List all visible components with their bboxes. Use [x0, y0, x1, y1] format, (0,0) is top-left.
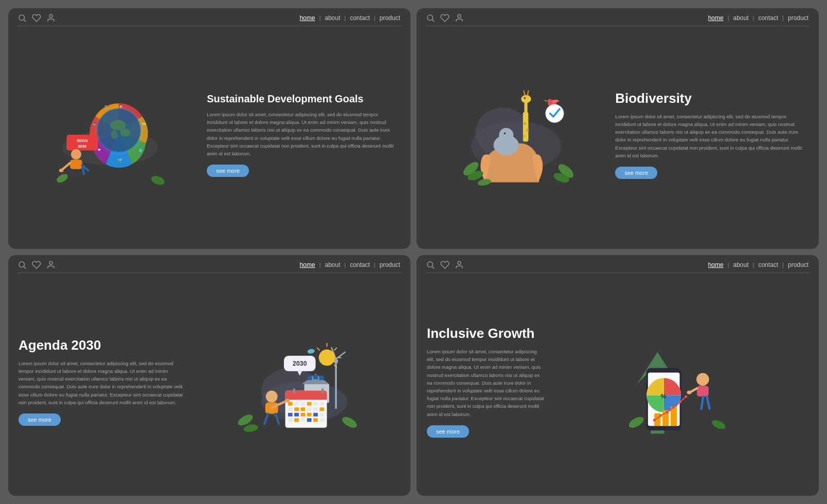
search-icon[interactable]: [17, 13, 27, 23]
card-title-agenda: Agenda 2030: [19, 337, 185, 354]
svg-point-141: [679, 400, 681, 403]
search-icon[interactable]: [426, 260, 435, 269]
svg-text:SDGS: SDGS: [77, 138, 88, 143]
svg-text:🌱: 🌱: [118, 158, 123, 163]
see-more-button-growth[interactable]: see more: [427, 425, 469, 438]
illus-sdg: SDGS 2030 ⚙ 🍽 💧 🌱 ❤ 🐟: [19, 28, 202, 241]
svg-rect-111: [288, 418, 293, 422]
card-body-bio: Lorem ipsum dolor sit amet, consectetur …: [615, 113, 808, 159]
svg-rect-112: [294, 418, 299, 422]
nav-about-bio[interactable]: about: [732, 14, 750, 22]
nav-bar-bio: home | about | contact | product: [417, 8, 819, 26]
svg-rect-103: [313, 407, 318, 411]
user-icon[interactable]: [46, 260, 56, 269]
svg-point-36: [458, 14, 461, 17]
card-content-bio: Biodiversity Lorem ipsum dolor sit amet,…: [417, 28, 819, 249]
nav-about-growth[interactable]: about: [732, 261, 750, 268]
svg-rect-102: [307, 407, 312, 411]
growth-illustration-svg: %: [578, 325, 732, 438]
nav-home-bio[interactable]: home: [707, 14, 725, 22]
heart-icon[interactable]: [32, 13, 41, 23]
nav-links-sdg: home | about | contact | product: [299, 14, 401, 22]
nav-contact-agenda[interactable]: contact: [349, 261, 371, 268]
svg-rect-92: [321, 388, 323, 394]
nav-product-agenda[interactable]: product: [379, 261, 401, 268]
heart-icon[interactable]: [440, 13, 450, 23]
svg-point-126: [427, 262, 433, 267]
svg-rect-108: [307, 412, 312, 416]
card-content-agenda: 2030: [8, 275, 410, 496]
heart-icon[interactable]: [440, 260, 450, 269]
svg-point-33: [150, 174, 166, 187]
sdg-wheel-svg: SDGS 2030 ⚙ 🍽 💧 🌱 ❤ 🐟: [43, 78, 177, 191]
svg-point-139: [666, 411, 668, 413]
search-icon[interactable]: [426, 13, 435, 23]
nav-contact-growth[interactable]: contact: [757, 261, 779, 268]
svg-rect-109: [313, 412, 318, 416]
user-icon[interactable]: [455, 260, 464, 269]
svg-line-51: [528, 91, 529, 95]
divider-sdg: [17, 26, 401, 26]
nav-about-agenda[interactable]: about: [324, 261, 341, 268]
nav-home-sdg[interactable]: home: [299, 14, 316, 22]
svg-rect-144: [697, 385, 709, 396]
heart-icon[interactable]: [32, 260, 41, 269]
svg-rect-75: [313, 374, 318, 379]
svg-text:🍽: 🍽: [142, 122, 146, 125]
svg-point-43: [504, 132, 506, 134]
svg-point-142: [685, 395, 687, 398]
svg-point-56: [547, 105, 563, 121]
svg-rect-94: [294, 402, 299, 405]
svg-line-147: [702, 397, 704, 409]
svg-point-49: [523, 135, 525, 137]
svg-text:📚: 📚: [104, 104, 109, 109]
illus-growth: %: [550, 275, 760, 488]
nav-home-growth[interactable]: home: [707, 261, 725, 268]
see-more-button-agenda[interactable]: see more: [19, 413, 61, 426]
svg-rect-99: [288, 407, 293, 411]
svg-text:2030: 2030: [293, 360, 307, 367]
svg-point-48: [526, 129, 529, 131]
svg-rect-95: [301, 402, 305, 405]
svg-text:2030: 2030: [78, 143, 86, 148]
nav-product-sdg[interactable]: product: [379, 14, 401, 22]
svg-rect-110: [319, 412, 324, 416]
svg-line-145: [691, 388, 697, 392]
nav-product-growth[interactable]: product: [787, 261, 810, 268]
divider-bio: [426, 26, 810, 26]
see-more-button-sdg[interactable]: see more: [207, 165, 249, 177]
nav-icons-growth: [426, 260, 464, 269]
card-content-growth: Inclusive Growth Lorem ipsum dolor sit a…: [417, 275, 819, 496]
svg-rect-113: [301, 418, 305, 422]
see-more-button-bio[interactable]: see more: [615, 167, 657, 179]
card-title-sdg: Sustainable Development Goals: [207, 92, 400, 105]
user-icon[interactable]: [455, 13, 464, 23]
nav-home-agenda[interactable]: home: [299, 261, 316, 268]
svg-line-80: [334, 348, 337, 350]
svg-rect-115: [313, 418, 318, 422]
svg-line-127: [432, 266, 434, 268]
svg-rect-101: [301, 407, 305, 411]
svg-point-13: [120, 129, 131, 136]
svg-point-125: [340, 415, 358, 430]
nav-product-bio[interactable]: product: [787, 14, 810, 22]
nav-contact-sdg[interactable]: contact: [349, 14, 371, 22]
svg-point-128: [458, 261, 461, 264]
card-sdg: home | about | contact | product: [8, 8, 410, 249]
svg-point-14: [111, 130, 118, 139]
text-area-sdg: Sustainable Development Goals Lorem ipsu…: [202, 92, 400, 177]
nav-about-sdg[interactable]: about: [324, 14, 341, 22]
search-icon[interactable]: [17, 260, 27, 269]
svg-rect-76: [319, 375, 324, 380]
nav-contact-bio[interactable]: contact: [757, 14, 779, 22]
illus-agenda: 2030: [190, 275, 400, 488]
svg-point-140: [672, 406, 675, 408]
svg-rect-74: [308, 375, 312, 380]
card-body-agenda: Lorem ipsum dolor sit amet, consectetur …: [19, 359, 185, 406]
svg-point-52: [524, 97, 526, 99]
user-icon[interactable]: [46, 13, 56, 23]
card-bio: home | about | contact | product: [417, 8, 819, 249]
svg-rect-116: [319, 418, 324, 422]
svg-rect-90: [285, 395, 327, 400]
svg-rect-91: [293, 388, 295, 394]
